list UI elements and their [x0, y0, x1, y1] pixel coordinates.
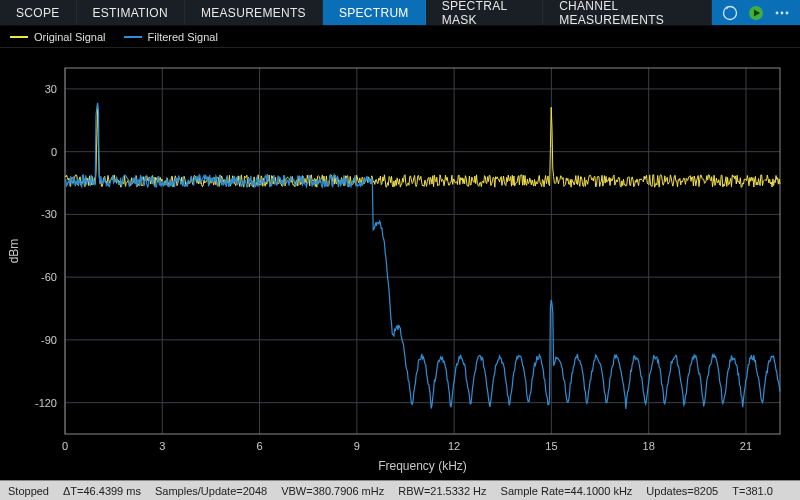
- legend-item-original: Original Signal: [10, 31, 106, 43]
- svg-point-4: [786, 11, 789, 14]
- svg-text:18: 18: [643, 440, 655, 452]
- svg-text:Frequency (kHz): Frequency (kHz): [378, 459, 467, 473]
- legend-swatch-filtered: [124, 36, 142, 38]
- tab-spectral-mask[interactable]: SPECTRAL MASK: [426, 0, 543, 25]
- tab-estimation[interactable]: ESTIMATION: [77, 0, 185, 25]
- tab-measurements[interactable]: MEASUREMENTS: [185, 0, 323, 25]
- svg-text:15: 15: [545, 440, 557, 452]
- svg-text:0: 0: [62, 440, 68, 452]
- transport-controls: [712, 0, 800, 25]
- spectrum-plot[interactable]: 036912151821-120-90-60-30030Frequency (k…: [0, 48, 800, 480]
- legend-item-filtered: Filtered Signal: [124, 31, 218, 43]
- svg-text:21: 21: [740, 440, 752, 452]
- svg-text:12: 12: [448, 440, 460, 452]
- svg-text:-120: -120: [35, 397, 57, 409]
- svg-point-3: [781, 11, 784, 14]
- status-sr: Sample Rate=44.1000 kHz: [501, 485, 633, 497]
- status-state: Stopped: [8, 485, 49, 497]
- status-deltat: ΔT=46.4399 ms: [63, 485, 141, 497]
- svg-text:dBm: dBm: [7, 239, 21, 264]
- svg-text:3: 3: [159, 440, 165, 452]
- status-rbw: RBW=21.5332 Hz: [398, 485, 486, 497]
- more-icon[interactable]: [772, 3, 792, 23]
- status-time: T=381.0: [732, 485, 773, 497]
- svg-text:6: 6: [256, 440, 262, 452]
- legend-label-filtered: Filtered Signal: [148, 31, 218, 43]
- rewind-icon[interactable]: [720, 3, 740, 23]
- tab-spectrum[interactable]: SPECTRUM: [323, 0, 426, 25]
- svg-point-0: [724, 6, 737, 19]
- tab-scope[interactable]: SCOPE: [0, 0, 77, 25]
- svg-text:30: 30: [45, 83, 57, 95]
- legend: Original Signal Filtered Signal: [0, 26, 800, 48]
- svg-text:-30: -30: [41, 208, 57, 220]
- legend-label-original: Original Signal: [34, 31, 106, 43]
- status-vbw: VBW=380.7906 mHz: [281, 485, 384, 497]
- svg-text:-60: -60: [41, 271, 57, 283]
- svg-text:9: 9: [354, 440, 360, 452]
- svg-point-2: [776, 11, 779, 14]
- svg-text:-90: -90: [41, 334, 57, 346]
- status-bar: Stopped ΔT=46.4399 ms Samples/Update=204…: [0, 480, 800, 500]
- legend-swatch-original: [10, 36, 28, 38]
- status-upd: Updates=8205: [646, 485, 718, 497]
- tab-channel-measurements[interactable]: CHANNEL MEASUREMENTS: [543, 0, 712, 25]
- play-icon[interactable]: [746, 3, 766, 23]
- svg-rect-5: [0, 48, 800, 480]
- svg-text:0: 0: [51, 146, 57, 158]
- tab-bar: SCOPE ESTIMATION MEASUREMENTS SPECTRUM S…: [0, 0, 800, 26]
- status-spu: Samples/Update=2048: [155, 485, 267, 497]
